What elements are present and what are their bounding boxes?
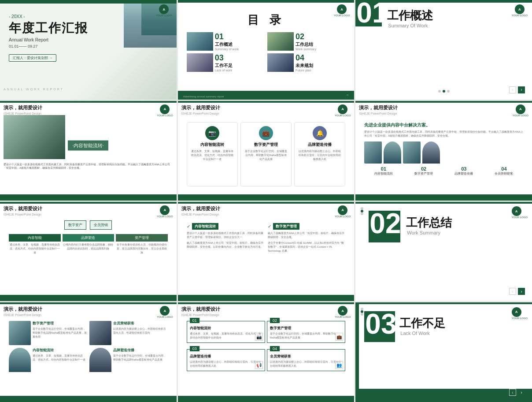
logo: A YOUR LOGO — [512, 4, 528, 17]
col-text-1: 通过各类、文章、短视频，直播等传统信息流、优化方式，结合内容智能中台定制个一道 — [9, 243, 61, 255]
sec-icon-1: 📷 — [255, 333, 263, 341]
toc-img-2 — [267, 32, 294, 51]
slide-subheader: ISHEJE PowerPoint Design — [4, 313, 42, 316]
logo-circle: A — [338, 306, 347, 316]
logo-circle: A — [337, 4, 347, 14]
logo-text: YOUR LOGO — [512, 216, 528, 219]
logo: A YOUR LOGO — [512, 206, 528, 219]
logo-text: YOUR LOGO — [335, 215, 351, 218]
slide-enterprise: 演示，就用爱设计 ISHEJE PowerPoint Design A YOUR… — [355, 101, 532, 201]
nav-next[interactable]: › — [518, 288, 525, 295]
logo-text: YOUR LOGO — [512, 14, 528, 17]
toc-cn-3: 工作不足 — [215, 63, 233, 69]
slide-three-cards: 演示，就用爱设计 ISHEJE PowerPoint Design A YOUR… — [178, 101, 355, 201]
slide-header-area: 演示，就用爱设计 ISHEJE PowerPoint Design — [4, 306, 42, 319]
slide-four-sections: 演示，就用爱设计 ISHEJE PowerPoint Design A YOUR… — [178, 302, 355, 402]
sec-num-2: 02 — [270, 318, 280, 323]
nav-prev[interactable]: ‹ — [509, 389, 516, 396]
card-text-4: 基于企业数字化运行空间，全域覆盖台均用，帮助数字化品牌RaRa模型标准化产品及展 — [113, 354, 167, 362]
toc-img-3 — [187, 53, 213, 72]
logo: A YOUR LOGO — [335, 104, 351, 117]
card-content-3: 内容智能流转 通过各类、文章、短视频，直播等传统信息流、优化方式，结合内容智能中… — [33, 348, 87, 372]
item-3: 03 品牌塑造传播 — [445, 166, 483, 176]
card-title-1: 内容智能流转 — [191, 142, 234, 148]
logo-circle: A — [160, 104, 170, 114]
section-number: 03 — [365, 308, 396, 340]
slide-toc: A YOUR LOGO 目 录 01 工作概述 Summary of work … — [178, 0, 355, 100]
cards-container: 📷 内容智能流转 通过各类、文章、短视频，直播等传统信息流、优化方式，结合内容智… — [183, 106, 349, 195]
slide-header: 演示，就用爱设计 — [181, 306, 220, 313]
toc-cn-2: 工作总结 — [296, 41, 316, 48]
section-title-en: Summary Of Work — [388, 23, 428, 28]
sec-num-3: 03 — [190, 346, 200, 351]
top-bar — [0, 101, 177, 103]
dot-3 — [361, 212, 363, 215]
top-bar — [0, 302, 177, 304]
slide-subheader: ISHEJE PowerPoint Design — [359, 112, 398, 115]
sec-text-3: 以优质内容为驱动塑上企心，外部组织有机引室向，引至向中台组转而积极推面入机 — [190, 360, 262, 368]
toc-en-2: Work summary — [296, 48, 316, 51]
slide-transition: 演示，就用爱设计 ISHEJE PowerPoint Design A YOUR… — [178, 202, 355, 302]
logo: A YOUR LOGO — [335, 205, 351, 218]
slide-header-area: 演示，就用爱设计 ISHEJE PowerPoint Design — [181, 306, 220, 319]
btn-row: 汇报人：爱设计策划部 → — [9, 53, 171, 62]
card-text-3: 以优质内容为驱动塑上企心、外部组织有机引室向，引至向中台组转而积极推面入机 — [298, 149, 341, 161]
col-title-3: 资产管理 — [116, 234, 168, 242]
check-body-1: 爱设计个人版是一款多源在线格式工作面向媒工具，同时具备间量资产云资中链，管理标评… — [187, 231, 264, 239]
sec-num-4: 04 — [270, 346, 280, 351]
arrow-right: → — [345, 93, 349, 97]
check-icon-1: ✓ — [187, 224, 190, 229]
bottom-text: Advertising annual summary report — [183, 95, 224, 98]
toc-item-4: 04 未来规划 Future plan — [267, 53, 345, 72]
card-content-1: 数字资产管理 基于企业数字化运行空间，全域覆盖台均用，帮助数字化品牌RaRa模型… — [33, 321, 87, 345]
check-label-1: ✓ 内容智能流转 — [187, 223, 264, 230]
section-4: 04 全员营销获客 以优质内容为驱动塑上企心，外部组织有机引室向，引至向中台组转… — [267, 349, 345, 371]
nav-next[interactable]: › — [518, 389, 525, 396]
label-text-1: 内容智能流转 — [192, 223, 218, 230]
sec-icon-3: 📢 — [255, 361, 263, 369]
section-number: 02 — [369, 207, 401, 240]
city-img-1 — [364, 141, 382, 164]
slide-content-1: 演示，就用爱设计 ISHEJE PowerPoint Design A YOUR… — [0, 101, 177, 201]
bottom-bar — [178, 396, 355, 402]
nav-prev[interactable]: ‹ — [509, 86, 516, 93]
card-row-4: 品牌塑造传播 基于企业数字化运行空间，全域覆盖台均用，帮助数字化品牌RaRa模型… — [89, 348, 167, 372]
toc-en-1: Summary of work — [215, 48, 239, 51]
check-icon-2: ✓ — [268, 224, 271, 229]
section-2: 02 数字资产管理 基于企业数字化运行空间，全域覆盖台均用，帮助数字化RaRa模… — [267, 321, 345, 343]
card-row-2: 全员营销获客 以优质内容为驱动塑上企心，外部组织有机引室向人员，性诺组织有机引室… — [89, 321, 167, 345]
bottom-bar — [0, 194, 177, 201]
col-title-2: 品牌塑造 — [63, 234, 115, 242]
logo-circle: A — [512, 307, 521, 317]
item-num-3: 03 — [445, 166, 483, 171]
toc-num-1: 01 — [215, 32, 239, 41]
check-extra-1: 融入了战略股资方ANA上市公司「矩室中国」嵌组片，确保自后升降级联聘，安全合规。… — [187, 241, 264, 249]
sec-title-4: 全员营销获客 — [270, 354, 342, 359]
sec-title-3: 品牌塑造传播 — [190, 354, 262, 359]
slide-summary-title: 01 工作概述 Summary Of Work A YOUR LOGO ‹ › — [355, 0, 532, 100]
col-title-1: 内容智能 — [9, 234, 61, 242]
nav-prev[interactable]: ‹ — [509, 288, 516, 295]
dot-1 — [361, 207, 363, 210]
logo-circle: A — [338, 104, 347, 114]
slide-subheader: ISHEJE PowerPoint Design — [4, 112, 42, 115]
toc-cn-1: 工作概述 — [215, 41, 239, 48]
bottom-bar — [178, 194, 355, 201]
dot-2 — [443, 90, 445, 93]
city-img-3 — [403, 141, 421, 164]
logo-text: YOUR LOGO — [335, 114, 351, 117]
bottom-bar — [0, 295, 177, 301]
card-title-1: 数字资产管理 — [33, 321, 87, 326]
logo-circle: A — [516, 104, 525, 114]
section-number: 01 — [356, 0, 388, 29]
slide-flowchart: 演示，就用爱设计 ISHEJE PowerPoint Design A YOUR… — [0, 202, 177, 302]
report-button[interactable]: 汇报人：爱设计策划部 → — [9, 54, 56, 62]
nav-next[interactable]: › — [518, 86, 525, 93]
top-bar — [355, 101, 532, 103]
card-text-3: 通过各类、文章、短视频，直播等传统信息流、优化方式，结合内容智能中台定制个一道 — [33, 354, 87, 362]
title-en: Lack Of Work — [400, 331, 429, 336]
left-bar — [355, 302, 359, 402]
card-img-2 — [89, 321, 111, 345]
slide-work-summary-detail: 演示，就用爱设计 ISHEJE PowerPoint Design A YOUR… — [0, 302, 177, 402]
dot-1 — [438, 90, 441, 93]
